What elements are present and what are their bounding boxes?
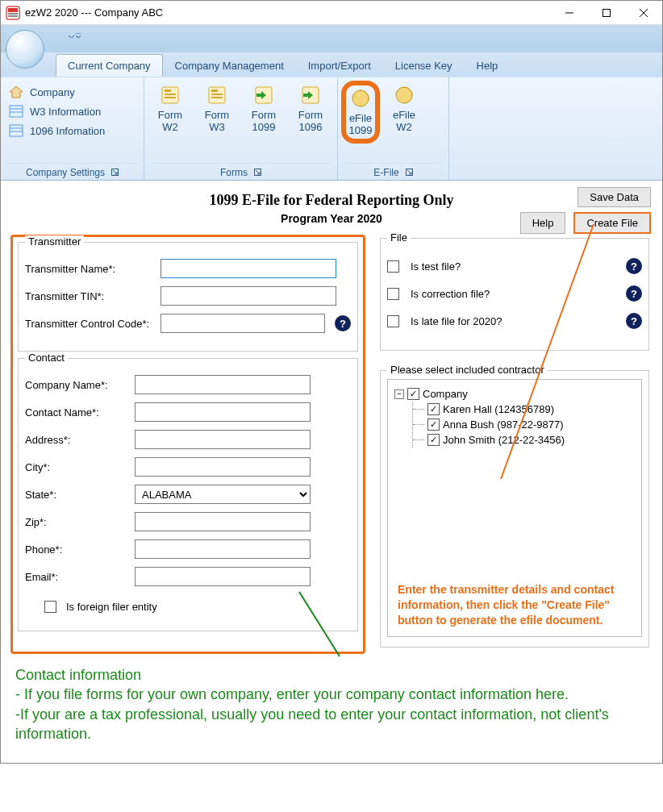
efile-1099-button[interactable]: eFile1099 [341,81,380,144]
form-w3-line1: Form [205,109,229,121]
tab-current-company[interactable]: Current Company [56,54,163,77]
nav-1096-info[interactable]: 1096 Infomation [9,124,105,137]
tree-item[interactable]: ✓ Karen Hall (124356789) [413,402,635,417]
form-1096-line1: Form [298,109,323,121]
root-checkbox[interactable]: ✓ [407,388,419,400]
transmitter-tcc-input[interactable] [161,314,325,333]
collapse-icon[interactable]: − [394,389,404,399]
transmitter-name-input[interactable] [161,259,336,278]
contact-name-input[interactable] [135,402,311,422]
contractor-label: Karen Hall (124356789) [443,403,554,415]
svg-rect-2 [8,13,18,15]
tab-license-key[interactable]: License Key [383,54,465,77]
close-button[interactable] [625,1,662,24]
is-correction-label: Is correction file? [411,288,616,300]
transmitter-tcc-label: Transmitter Control Code*: [25,318,156,330]
ribbon-group-forms-label: Forms [220,167,248,178]
svg-line-30 [256,170,260,174]
form-1096-button[interactable]: Form1096 [291,84,330,134]
city-input[interactable] [135,457,311,477]
svg-rect-3 [8,15,18,17]
is-test-checkbox[interactable] [387,260,399,273]
help-icon[interactable]: ? [626,258,642,274]
contractor-tree[interactable]: − ✓ Company ✓ Karen Hall (124356789) [387,379,642,637]
foreign-checkbox[interactable] [44,601,56,613]
globe-icon [349,87,372,110]
svg-rect-5 [603,9,611,16]
form-w2-button[interactable]: FormW2 [151,84,190,134]
form-import-icon [299,84,322,106]
dialog-launcher-icon[interactable] [406,169,413,177]
dialog-launcher-icon[interactable] [254,169,261,177]
form-w3-line2: W3 [209,121,225,133]
company-name-label: Company Name*: [25,379,130,391]
contractor-checkbox[interactable]: ✓ [427,403,440,415]
is-late-checkbox[interactable] [387,315,399,327]
transmitter-fieldset: Transmitter Transmitter Name*: Transmitt… [18,242,358,352]
help-icon[interactable]: ? [626,285,642,302]
efile-w2-line2: W2 [396,121,412,133]
ribbon: Current Company Company Management Impor… [1,25,662,181]
nav-w3-info[interactable]: W3 Information [9,105,105,118]
ribbon-body: Company W3 Information 109 [1,77,662,180]
right-column: File Is test file? ? Is correction file?… [377,235,653,654]
svg-rect-1 [8,8,18,12]
form-1099-line2: 1099 [252,121,276,133]
company-name-input[interactable] [135,375,311,394]
address-label: Address*: [25,434,130,446]
contact-legend: Contact [25,352,68,364]
transmitter-tin-label: Transmitter TIN*: [25,290,156,302]
tab-help[interactable]: Help [465,54,511,77]
contractor-label: John Smith (212-22-3456) [443,434,565,446]
transmitter-tin-input[interactable] [161,286,336,306]
address-input[interactable] [135,430,311,449]
create-file-button[interactable]: Create File [573,212,651,234]
tree-item[interactable]: ✓ John Smith (212-22-3456) [413,432,635,448]
green-line2: -If your are a tax professional, usually… [15,705,648,744]
svg-line-34 [407,170,411,174]
nav-company[interactable]: Company [9,85,105,98]
minimize-button[interactable] [551,1,588,24]
contractor-checkbox[interactable]: ✓ [427,434,440,446]
qat-dropdown-icon[interactable] [69,27,81,40]
ribbon-group-efile: eFile1099 eFileW2 E-File [338,77,449,180]
app-orb-button[interactable] [6,30,44,69]
maximize-button[interactable] [588,1,625,24]
help-icon[interactable]: ? [335,315,351,331]
top-right-buttons: Save Data Help Create File [520,187,651,234]
help-icon[interactable]: ? [626,313,642,329]
phone-input[interactable] [135,539,311,559]
contact-fieldset: Contact Company Name*: Contact Name*: Ad… [18,358,358,631]
svg-rect-23 [211,94,223,95]
svg-rect-24 [211,97,223,98]
form-w3-button[interactable]: FormW3 [198,84,236,134]
ribbon-group-settings: Company W3 Information 109 [1,77,144,180]
form-1099-button[interactable]: Form1099 [244,84,283,134]
nav-1096-label: 1096 Infomation [30,125,105,137]
save-data-button[interactable]: Save Data [578,187,651,207]
form-icon [159,84,181,106]
efile-w2-button[interactable]: eFileW2 [385,84,423,134]
efile-1099-line2: 1099 [349,124,373,136]
svg-rect-9 [10,106,23,117]
green-heading: Contact information [15,665,648,685]
form-import-icon [252,84,275,106]
svg-rect-19 [165,94,176,95]
svg-rect-12 [10,125,23,136]
green-line1: - If you file forms for your own company… [15,685,648,704]
is-correction-checkbox[interactable] [387,288,399,300]
efile-1099-line1: eFile [349,112,372,124]
sheet-icon [9,124,23,137]
state-select[interactable]: ALABAMA [135,485,311,504]
zip-input[interactable] [135,512,311,531]
email-input[interactable] [135,567,311,586]
email-label: Email*: [25,571,130,583]
tree-item[interactable]: ✓ Anna Bush (987-22-9877) [413,417,635,432]
help-button[interactable]: Help [520,212,566,234]
dialog-launcher-icon[interactable] [111,169,119,177]
tab-import-export[interactable]: Import/Export [296,54,383,77]
file-legend: File [387,231,411,244]
contractor-checkbox[interactable]: ✓ [427,418,440,431]
tree-root-item[interactable]: − ✓ Company [394,386,635,402]
tab-company-management[interactable]: Company Management [163,54,296,77]
